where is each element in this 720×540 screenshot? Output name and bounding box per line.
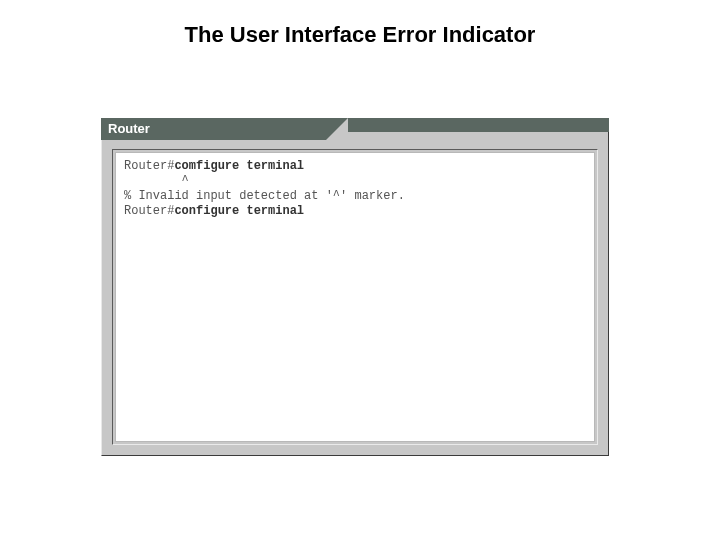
term-line-1-command: comfigure terminal <box>174 159 304 173</box>
window-tab-label: Router <box>108 121 150 136</box>
term-line-3: % Invalid input detected at '^' marker. <box>124 189 405 203</box>
terminal-frame: Router#comfigure terminal ^ % Invalid in… <box>112 149 598 445</box>
term-line-2: ^ <box>124 174 189 188</box>
tab-slope-decoration <box>326 118 348 140</box>
term-line-4-command: configure terminal <box>174 204 304 218</box>
page-title: The User Interface Error Indicator <box>0 22 720 48</box>
titlebar-right-strip <box>348 118 609 132</box>
term-line-1-prompt: Router# <box>124 159 174 173</box>
terminal-window: Router Router#comfigure terminal ^ % Inv… <box>101 118 609 456</box>
term-line-4-prompt: Router# <box>124 204 174 218</box>
terminal-output: Router#comfigure terminal ^ % Invalid in… <box>115 152 595 442</box>
window-tab: Router <box>101 118 326 140</box>
